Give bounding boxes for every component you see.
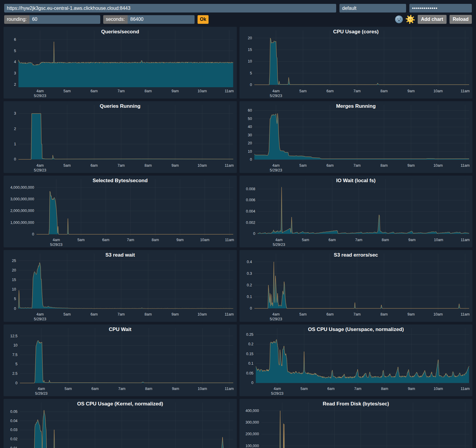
x-tick-label: 5am [65,387,72,391]
x-tick-label: 6am [90,312,98,316]
y-tick-label: 0.05 [10,410,17,414]
y-tick-label: 10 [12,287,16,291]
x-tick-label: 6am [90,89,98,93]
x-tick-label: 10am [434,238,443,242]
y-tick-label: 4,000,000,000 [10,185,34,190]
x-tick-label: 6am [326,163,333,168]
add-chart-button[interactable]: Add chart [418,15,447,24]
x-tick-label: 5am [63,163,71,168]
x-tick-label: 5am [299,163,306,168]
chart-canvas[interactable]: 00.0020.0040.0060.0084am5/29/235am6am7am… [239,176,473,247]
x-tick-label: 7am [353,163,360,168]
y-tick-label: 3 [14,71,16,75]
x-tick-label: 4am [275,238,282,242]
x-tick-label: 5am [302,238,309,242]
y-tick-label: 5 [250,71,252,75]
series-area [254,113,469,160]
chart-panel-queries-second: Queries/second234564am5/29/235am6am7am8a… [4,27,237,99]
y-tick-label: 0 [32,232,34,236]
y-tick-label: 5 [14,297,16,301]
y-tick-label: 0 [15,381,18,385]
x-tick-label: 7am [353,312,360,316]
ok-button[interactable]: Ok [198,15,209,24]
chart-canvas[interactable]: 01,000,000,0002,000,000,0003,000,000,000… [4,176,237,247]
series-line [20,341,233,383]
x-axis-date-label: 5/29/23 [50,243,62,247]
x-tick-label: 11am [225,238,234,242]
y-tick-label: 1,000,000,000 [10,221,34,225]
chart-panel-s3-read-wait: S3 read wait05101520254am5/29/235am6am7a… [4,250,237,322]
y-tick-label: 0.006 [246,198,255,202]
seconds-label: seconds: [103,15,128,24]
x-tick-label: 11am [225,89,234,93]
chart-panel-read-from-disk-bytes-sec: Read From Disk (bytes/sec)0100,000200,00… [239,399,473,448]
series-line [20,410,233,448]
chart-canvas[interactable]: 234564am5/29/235am6am7am8am9am10am11am [4,27,237,99]
series-line [18,263,233,309]
x-axis-date-label: 5/29/23 [270,168,282,172]
y-tick-label: 10 [248,149,252,154]
x-tick-label: 7am [118,89,125,93]
chart-panel-queries-running: Queries Running01234am5/29/235am6am7am8a… [4,101,237,173]
x-tick-label: 11am [461,163,469,168]
moon-icon[interactable] [395,15,403,23]
chart-canvas[interactable]: 0100,000200,000300,000400,0004am5/29/235… [239,399,473,448]
y-tick-label: 10 [248,59,252,63]
chart-canvas[interactable]: 01234am5/29/235am6am7am8am9am10am11am [4,101,237,173]
x-tick-label: 8am [382,238,389,242]
x-tick-label: 8am [145,89,152,93]
x-tick-label: 4am [36,312,43,316]
x-tick-label: 8am [145,163,152,168]
chart-canvas[interactable]: 00.10.20.30.44am5/29/235am6am7am8am9am10… [239,250,473,322]
x-axis-date-label: 5/29/23 [270,317,282,321]
x-tick-label: 9am [408,387,415,391]
series-area [18,113,233,159]
x-tick-label: 5am [299,89,306,93]
chart-panel-merges-running: Merges Running01020304050604am5/29/235am… [239,101,473,173]
x-axis-date-label: 5/29/23 [270,94,282,98]
y-tick-label: 4 [14,60,16,64]
chart-canvas[interactable]: 05101520254am5/29/235am6am7am8am9am10am1… [4,250,237,322]
sun-icon[interactable] [406,15,415,24]
url-input[interactable] [4,4,336,13]
y-tick-label: 0.1 [248,361,253,366]
y-tick-label: 2.5 [12,371,17,376]
x-tick-label: 9am [172,312,179,316]
rounding-input[interactable] [29,15,100,24]
y-tick-label: 2 [14,82,16,87]
x-tick-label: 7am [118,387,125,391]
x-tick-label: 11am [225,312,234,316]
x-tick-label: 6am [327,387,334,391]
x-tick-label: 10am [433,312,442,316]
password-input[interactable] [409,4,472,13]
y-tick-label: 0 [14,157,16,161]
x-tick-label: 7am [118,163,125,168]
x-tick-label: 9am [176,238,184,242]
y-tick-label: 3,000,000,000 [10,197,34,201]
series-area [258,187,469,234]
chart-canvas[interactable]: 02.557.51012.54am5/29/235am6am7am8am9am1… [4,324,237,396]
charts-grid: Queries/second234564am5/29/235am6am7am8a… [0,24,476,448]
connection-toolbar [0,0,476,13]
reload-button[interactable]: Reload [450,15,472,24]
chart-canvas[interactable]: 051015204am5/29/235am6am7am8am9am10am11a… [239,27,473,99]
y-tick-label: 100,000 [245,444,259,448]
y-tick-label: 200,000 [245,432,259,436]
chart-canvas[interactable]: 01020304050604am5/29/235am6am7am8am9am10… [239,101,473,173]
x-tick-label: 10am [200,238,209,242]
y-tick-label: 2,000,000,000 [10,209,34,213]
chart-canvas[interactable]: 00.050.10.150.20.254am5/29/235am6am7am8a… [239,324,473,396]
x-tick-label: 7am [353,89,360,93]
chart-canvas[interactable]: 00.010.020.030.040.054am5/29/235am6am7am… [4,399,237,448]
y-tick-label: 10 [13,343,18,347]
x-tick-label: 5am [63,89,71,93]
y-tick-label: 20 [248,141,252,145]
y-tick-label: 0.01 [10,446,17,448]
x-tick-label: 9am [407,89,414,93]
user-input[interactable] [339,4,406,13]
seconds-input[interactable] [128,15,195,24]
y-tick-label: 7.5 [12,353,17,357]
x-tick-label: 11am [461,238,469,242]
y-tick-label: 0.02 [10,437,17,441]
y-tick-label: 0.05 [246,371,253,375]
